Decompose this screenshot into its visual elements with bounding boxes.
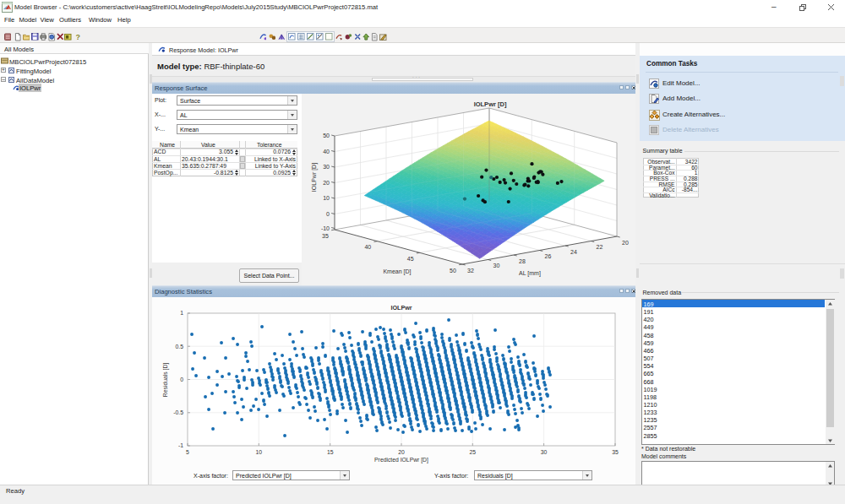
- svg-text:10: 10: [256, 449, 263, 455]
- svg-text:-0.5: -0.5: [173, 409, 183, 415]
- svg-text:22: 22: [597, 244, 603, 250]
- svg-text:5: 5: [186, 449, 189, 455]
- svg-text:-1: -1: [178, 442, 183, 448]
- svg-text:25: 25: [470, 449, 477, 455]
- svg-text:?: ?: [75, 33, 79, 41]
- svg-text:0.5: 0.5: [176, 344, 184, 350]
- svg-text:IOLPwr: IOLPwr: [390, 304, 412, 312]
- svg-text:AL [mm]: AL [mm]: [519, 270, 541, 277]
- svg-text:45: 45: [407, 256, 414, 262]
- svg-text:35: 35: [322, 233, 329, 239]
- svg-text:15: 15: [327, 449, 334, 455]
- svg-text:0: 0: [326, 211, 330, 217]
- svg-text:28: 28: [519, 258, 526, 264]
- svg-text:-10: -10: [321, 225, 330, 231]
- svg-text:Residuals [D]: Residuals [D]: [162, 363, 169, 398]
- svg-text:10: 10: [323, 195, 330, 201]
- svg-text:IOLPwr [D]: IOLPwr [D]: [474, 100, 507, 108]
- svg-text:26: 26: [545, 253, 552, 259]
- svg-text:Predicted IOLPwr [D]: Predicted IOLPwr [D]: [374, 457, 428, 463]
- svg-text:40: 40: [323, 149, 330, 154]
- svg-text:32: 32: [467, 268, 474, 274]
- svg-text:IOLPwr [D]: IOLPwr [D]: [311, 163, 318, 192]
- svg-text:20: 20: [323, 180, 330, 186]
- svg-text:30: 30: [541, 449, 548, 455]
- svg-text:50: 50: [450, 268, 456, 274]
- svg-text:1: 1: [180, 310, 183, 316]
- svg-text:50: 50: [323, 133, 330, 138]
- svg-text:0: 0: [180, 377, 183, 382]
- svg-text:30: 30: [323, 164, 330, 170]
- svg-text:40: 40: [364, 244, 371, 250]
- svg-text:24: 24: [570, 249, 577, 255]
- svg-text:Kmean [D]: Kmean [D]: [383, 268, 411, 275]
- svg-text:35: 35: [612, 449, 619, 455]
- svg-text:20: 20: [622, 240, 629, 246]
- svg-text:20: 20: [398, 449, 405, 455]
- svg-text:30: 30: [493, 263, 500, 268]
